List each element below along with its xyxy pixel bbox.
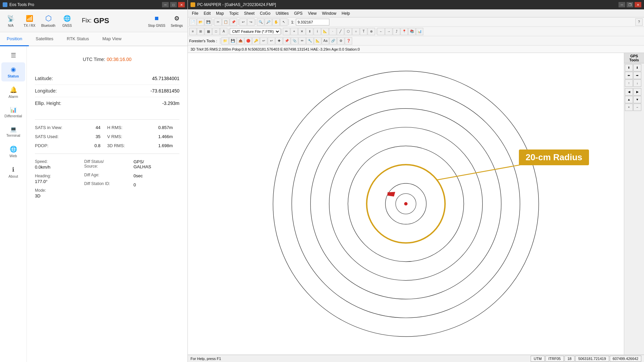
tb-undo[interactable]: ↩ bbox=[239, 18, 247, 26]
tb2-nav[interactable]: ⤴ bbox=[393, 28, 400, 35]
menu-edit[interactable]: Edit bbox=[201, 10, 213, 16]
tb2-meas[interactable]: 📐 bbox=[321, 28, 329, 35]
map-area[interactable]: 20-cm Radius bbox=[188, 53, 624, 355]
tb-zoom-in[interactable]: 🔍 bbox=[257, 18, 264, 26]
pc-restore-button[interactable]: ❐ bbox=[627, 2, 633, 7]
feature-dropdown[interactable]: CMT Feature File (*.FTR) bbox=[230, 28, 280, 35]
tab-map-view[interactable]: Map View bbox=[96, 32, 128, 46]
toolbar-gnss[interactable]: 🌐 GNSS bbox=[60, 14, 74, 27]
ft-btn-9[interactable]: 📌 bbox=[283, 37, 290, 45]
gps-tool-1[interactable]: ⬆ bbox=[625, 64, 633, 71]
gps-tool-8[interactable]: ▶ bbox=[633, 88, 641, 96]
toolbar-stop-gnss[interactable]: ⏹ Stop GNSS bbox=[148, 14, 165, 27]
nav-item-about[interactable]: ℹ About bbox=[1, 163, 25, 182]
tb-open[interactable]: 📂 bbox=[197, 18, 204, 26]
nav-item-web[interactable]: 🌐 Web bbox=[1, 142, 25, 161]
pc-close-button[interactable]: ✕ bbox=[635, 2, 641, 7]
tb2-chart[interactable]: 📊 bbox=[416, 28, 423, 35]
close-button[interactable]: ✕ bbox=[178, 2, 185, 7]
tb-pan[interactable]: ✋ bbox=[272, 18, 280, 26]
menu-view[interactable]: View bbox=[305, 10, 319, 16]
tb2-circle[interactable]: ○ bbox=[352, 28, 360, 35]
nav-item-alarm[interactable]: 🔔 Alarm bbox=[1, 83, 25, 102]
menu-gps[interactable]: GPS bbox=[291, 10, 305, 16]
ft-btn-13[interactable]: 📐 bbox=[314, 37, 321, 45]
ft-btn-12[interactable]: 🔧 bbox=[306, 37, 314, 45]
gps-tool-5[interactable]: ↑ bbox=[625, 79, 633, 87]
gps-tool-3[interactable]: ⬅ bbox=[625, 72, 633, 79]
tb2-3[interactable]: ▦ bbox=[205, 28, 212, 35]
minimize-button[interactable]: ─ bbox=[162, 2, 169, 7]
tb-extra-1[interactable]: ? bbox=[635, 18, 643, 26]
ft-btn-6[interactable]: ↩ bbox=[260, 37, 267, 45]
tb-zoom-out[interactable]: 🔎 bbox=[265, 18, 272, 26]
nav-item-differential[interactable]: 📊 Differential bbox=[1, 103, 25, 121]
menu-topic[interactable]: Topic bbox=[226, 10, 241, 16]
nav-item-status[interactable]: ◉ Status bbox=[1, 62, 25, 81]
ft-btn-14[interactable]: Aa bbox=[322, 37, 329, 45]
ft-btn-10[interactable]: 📎 bbox=[291, 37, 298, 45]
gps-tool-12[interactable]: − bbox=[633, 104, 641, 111]
ft-btn-7[interactable]: ↩ bbox=[268, 37, 275, 45]
gps-tool-7[interactable]: ◀ bbox=[625, 88, 633, 96]
tb2-4[interactable]: □ bbox=[212, 28, 220, 35]
tb-save[interactable]: 💾 bbox=[205, 18, 212, 26]
toolbar-bluetooth[interactable]: ⬡ Bluetooth bbox=[41, 14, 56, 27]
gps-tool-2[interactable]: ⬇ bbox=[633, 64, 641, 71]
tb2-text[interactable]: T bbox=[360, 28, 367, 35]
tb2-edit[interactable]: ✏ bbox=[283, 28, 290, 35]
menu-cogo[interactable]: CoGo bbox=[257, 10, 273, 16]
gps-tool-10[interactable]: ▼ bbox=[633, 96, 641, 103]
ft-btn-8[interactable]: ✚ bbox=[275, 37, 283, 45]
tb-select[interactable]: ↖ bbox=[280, 18, 287, 26]
tb-new[interactable]: 📄 bbox=[189, 18, 197, 26]
tb2-poly[interactable]: ⬡ bbox=[344, 28, 352, 35]
menu-utilities[interactable]: Utilities bbox=[273, 10, 291, 16]
ft-btn-1[interactable]: 📁 bbox=[221, 37, 229, 45]
ft-btn-17[interactable]: ❓ bbox=[345, 37, 352, 45]
tb-redo[interactable]: ↪ bbox=[247, 18, 255, 26]
tb2-layer[interactable]: 📚 bbox=[408, 28, 416, 35]
tab-position[interactable]: Position bbox=[0, 32, 29, 46]
menu-sheet[interactable]: Sheet bbox=[241, 10, 257, 16]
gps-tool-4[interactable]: ➡ bbox=[633, 72, 641, 79]
ft-btn-11[interactable]: ✏ bbox=[299, 37, 306, 45]
tb2-5[interactable]: A bbox=[220, 28, 227, 35]
ft-btn-4[interactable]: 🔴 bbox=[245, 37, 252, 45]
menu-help[interactable]: Help bbox=[339, 10, 353, 16]
tb2-del[interactable]: ✕ bbox=[298, 28, 306, 35]
nav-item-terminal[interactable]: 💻 Terminal bbox=[1, 123, 25, 141]
gps-tool-9[interactable]: ▲ bbox=[625, 96, 633, 103]
tb2-1[interactable]: ≡ bbox=[189, 28, 197, 35]
ft-btn-5[interactable]: 🔑 bbox=[252, 37, 260, 45]
tb-cut[interactable]: ✂ bbox=[214, 18, 222, 26]
toolbar-txrx[interactable]: 📶 TX / RX bbox=[22, 14, 37, 27]
toolbar-settings[interactable]: ⚙ Settings bbox=[169, 14, 184, 27]
tab-satellites[interactable]: Satellites bbox=[29, 32, 60, 46]
tb2-2[interactable]: ⊞ bbox=[197, 28, 204, 35]
tb2-pts[interactable]: · bbox=[329, 28, 336, 35]
tb2-fwd[interactable]: → bbox=[385, 28, 392, 35]
gps-tool-6[interactable]: ↓ bbox=[633, 79, 641, 87]
tb-copy[interactable]: 📋 bbox=[222, 18, 229, 26]
tb2-back[interactable]: ← bbox=[377, 28, 385, 35]
tb2-add[interactable]: + bbox=[290, 28, 298, 35]
menu-file[interactable]: File bbox=[189, 10, 201, 16]
ft-btn-15[interactable]: 🔗 bbox=[329, 37, 337, 45]
maximize-button[interactable]: □ bbox=[170, 2, 177, 7]
toolbar-na[interactable]: 📡 N/A bbox=[3, 14, 18, 27]
menu-window[interactable]: Window bbox=[319, 10, 339, 16]
tab-rtk-status[interactable]: RTK Status bbox=[60, 32, 96, 46]
tb2-line[interactable]: ╱ bbox=[337, 28, 344, 35]
menu-map[interactable]: Map bbox=[213, 10, 226, 16]
nav-menu-button[interactable]: ☰ bbox=[0, 49, 26, 62]
tb2-info[interactable]: i bbox=[314, 28, 321, 35]
gps-tool-11[interactable]: + bbox=[625, 104, 633, 111]
ft-btn-16[interactable]: ⚙ bbox=[337, 37, 344, 45]
pc-minimize-button[interactable]: ─ bbox=[619, 2, 625, 7]
coord-input[interactable] bbox=[296, 19, 329, 25]
tb-paste[interactable]: 📌 bbox=[230, 18, 237, 26]
tb2-node[interactable]: ⊕ bbox=[368, 28, 375, 35]
ft-btn-2[interactable]: 💾 bbox=[229, 37, 236, 45]
tb2-attr[interactable]: Ⅱ bbox=[306, 28, 313, 35]
